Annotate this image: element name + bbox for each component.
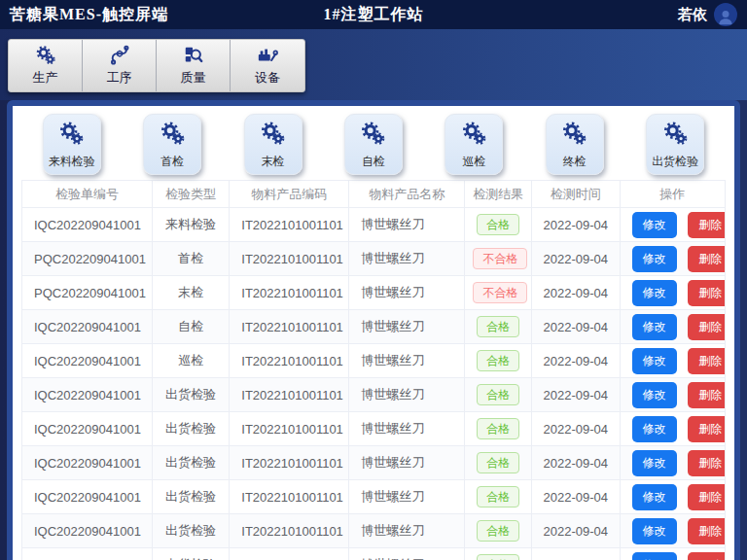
edit-button[interactable]: 修改: [632, 314, 677, 340]
inspection-type-cell: 出货检验: [152, 548, 230, 560]
avatar[interactable]: [714, 3, 737, 26]
table-row: IQC202209041001 出货检验 IT2022101001101 博世螺…: [22, 480, 726, 514]
user-menu[interactable]: 若依: [678, 3, 737, 26]
table-row: IQC202209041001 出货检验 IT2022101001101 博世螺…: [22, 412, 726, 446]
material-code-cell: IT2022101001101: [230, 446, 349, 480]
inspection-button-final[interactable]: 终检: [546, 114, 604, 175]
column-header: 操作: [620, 181, 726, 208]
username: 若依: [678, 6, 707, 24]
delete-button[interactable]: 删除: [688, 348, 725, 374]
edit-button[interactable]: 修改: [632, 212, 677, 238]
gears-icon: [561, 121, 587, 147]
inspection-type-cell: 自检: [152, 310, 230, 344]
material-code-cell: IT2022101001101: [230, 480, 349, 514]
actions-cell: 修改 删除: [620, 344, 726, 378]
actions-cell: 修改 删除: [620, 208, 726, 242]
order-no-cell: IQC202209041001: [22, 514, 153, 548]
material-name-cell: 博世螺丝刀: [349, 514, 465, 548]
nav-quality-button[interactable]: 质量: [157, 40, 231, 91]
process-icon: [109, 45, 130, 66]
result-cell: 合格: [465, 344, 532, 378]
material-name-cell: 博世螺丝刀: [349, 548, 465, 560]
result-badge: 合格: [477, 316, 519, 338]
time-cell: 2022-09-04: [532, 242, 620, 276]
material-name-cell: 博世螺丝刀: [349, 412, 465, 446]
result-badge: 不合格: [473, 282, 527, 304]
actions-cell: 修改 删除: [620, 378, 726, 412]
table-row: PQC202209041001 末检 IT2022101001101 博世螺丝刀…: [22, 276, 726, 310]
actions-cell: 修改 删除: [620, 310, 726, 344]
nav-production-button[interactable]: 生产: [9, 40, 83, 91]
edit-button[interactable]: 修改: [632, 246, 677, 272]
result-badge: 合格: [477, 214, 519, 236]
delete-button[interactable]: 删除: [688, 246, 725, 272]
table-body: IQC202209041001 来料检验 IT2022101001101 博世螺…: [22, 208, 726, 560]
nav-equipment-button[interactable]: 设备: [231, 40, 304, 91]
order-no-cell: IQC202209041001: [22, 344, 153, 378]
result-badge: 合格: [477, 418, 519, 440]
delete-button[interactable]: 删除: [688, 450, 725, 476]
quality-panel: 来料检验 首检 末检 自检 巡检 终检 出货检验 检验单编号检验类型物料产品编码…: [7, 100, 740, 560]
delete-button[interactable]: 删除: [688, 484, 725, 510]
inspection-button-self[interactable]: 自检: [344, 114, 403, 175]
result-badge: 合格: [477, 520, 519, 542]
result-cell: 合格: [465, 208, 532, 242]
time-cell: 2022-09-04: [532, 378, 620, 412]
gears-icon: [35, 45, 56, 66]
inspection-button-patrol[interactable]: 巡检: [445, 114, 503, 175]
quality-icon: [183, 45, 204, 66]
delete-button[interactable]: 删除: [688, 552, 725, 560]
edit-button[interactable]: 修改: [632, 416, 677, 442]
result-badge: 合格: [477, 486, 519, 508]
edit-button[interactable]: 修改: [632, 280, 677, 306]
app-title: 苦糖果MES-触控屏端: [10, 5, 168, 25]
material-code-cell: IT2022101001101: [230, 310, 349, 344]
gears-icon: [360, 121, 386, 147]
table-row: IQC202209041001 出货检验 IT2022101001101 博世螺…: [22, 446, 726, 480]
delete-button[interactable]: 删除: [688, 416, 725, 442]
gears-icon: [160, 121, 186, 147]
inspection-type-cell: 来料检验: [152, 208, 230, 242]
delete-button[interactable]: 删除: [688, 314, 725, 340]
inspection-type-cell: 巡检: [152, 344, 230, 378]
delete-button[interactable]: 删除: [688, 518, 725, 544]
inspection-button-shipment[interactable]: 出货检验: [646, 114, 704, 175]
column-header: 检测结果: [465, 181, 532, 208]
result-badge: 合格: [477, 384, 519, 406]
edit-button[interactable]: 修改: [632, 484, 677, 510]
order-no-cell: IQC202209041001: [22, 378, 153, 412]
delete-button[interactable]: 删除: [688, 382, 725, 408]
delete-button[interactable]: 删除: [688, 280, 725, 306]
edit-button[interactable]: 修改: [632, 552, 677, 560]
inspection-button-last[interactable]: 末检: [244, 114, 302, 175]
order-no-cell: IQC202209041001: [22, 412, 153, 446]
inspection-button-first[interactable]: 首检: [143, 114, 201, 175]
nav-toolbar: 生产 工序 质量 设备: [8, 39, 305, 92]
edit-button[interactable]: 修改: [632, 348, 677, 374]
edit-button[interactable]: 修改: [632, 450, 677, 476]
device-icon: [257, 45, 278, 66]
delete-button[interactable]: 删除: [688, 212, 725, 238]
material-name-cell: 博世螺丝刀: [349, 276, 465, 310]
inspection-button-row: 来料检验 首检 末检 自检 巡检 终检 出货检验: [21, 114, 726, 175]
nav-band: 生产 工序 质量 设备: [0, 29, 747, 100]
material-code-cell: IT2022101001101: [230, 242, 349, 276]
time-cell: 2022-09-04: [532, 412, 620, 446]
edit-button[interactable]: 修改: [632, 518, 677, 544]
station-title: 1#注塑工作站: [324, 5, 424, 25]
material-code-cell: IT2022101001101: [230, 514, 349, 548]
result-cell: 不合格: [465, 276, 532, 310]
inspection-button-incoming[interactable]: 来料检验: [43, 114, 101, 175]
column-header: 检验单编号: [22, 181, 153, 208]
material-name-cell: 博世螺丝刀: [349, 446, 465, 480]
edit-button[interactable]: 修改: [632, 382, 677, 408]
order-no-cell: PQC202209041001: [22, 276, 153, 310]
inspection-button-label: 自检: [362, 154, 385, 170]
inspection-button-label: 来料检验: [49, 154, 95, 170]
nav-process-button[interactable]: 工序: [83, 40, 157, 91]
material-code-cell: IT2022101001101: [230, 378, 349, 412]
gears-icon: [260, 121, 286, 147]
inspection-type-cell: 出货检验: [152, 412, 230, 446]
result-cell: 合格: [465, 378, 532, 412]
order-no-cell: IQC202209041001: [22, 480, 153, 514]
